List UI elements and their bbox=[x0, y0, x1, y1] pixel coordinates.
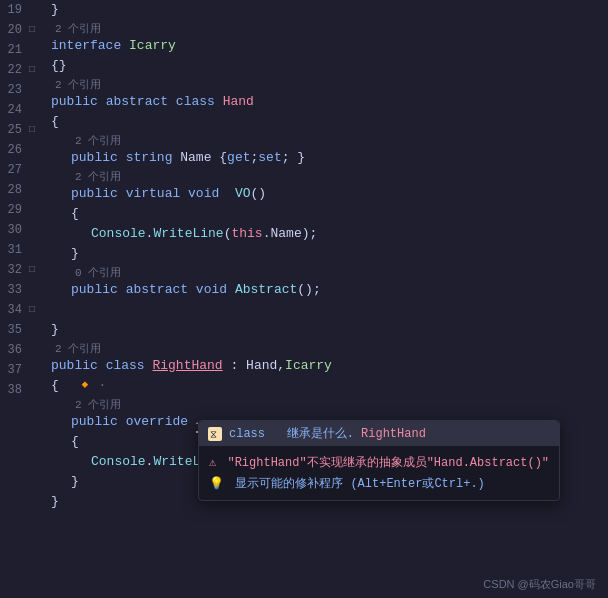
hint-25: 2 个引用 bbox=[71, 168, 608, 184]
code-line-20: interface Icarry bbox=[51, 36, 608, 56]
gutter-30: 30 bbox=[0, 220, 35, 240]
code-editor: 19 20 □ 21 22 □ 23 bbox=[0, 0, 608, 598]
hover-fix-action[interactable]: 💡 显示可能的修补程序 (Alt+Enter或Ctrl+.) bbox=[209, 473, 549, 494]
hover-error-message: ⚠ "RightHand"不实现继承的抽象成员"Hand.Abstract()" bbox=[209, 452, 549, 473]
code-area: 19 20 □ 21 22 □ 23 bbox=[0, 0, 608, 598]
code-line-31: } bbox=[51, 320, 608, 340]
code-line-32: public class RightHand : Hand , Icarry bbox=[51, 356, 608, 376]
gutter-29: 29 bbox=[0, 200, 35, 220]
gutter-19: 19 bbox=[0, 0, 35, 20]
hint-32: 2 个引用 bbox=[51, 340, 608, 356]
hint-24: 2 个引用 bbox=[71, 132, 608, 148]
gutter-38: 38 bbox=[0, 380, 35, 400]
gutter-24: 24 bbox=[0, 100, 35, 120]
hover-class-icon: ⧖ bbox=[207, 426, 223, 442]
hint-29: 0 个引用 bbox=[71, 264, 608, 280]
code-line-26: { bbox=[71, 204, 608, 224]
code-line-24: public string Name { get ; set ; } bbox=[71, 148, 608, 168]
gutter-31: 31 bbox=[0, 240, 35, 260]
code-line-19: } bbox=[51, 0, 608, 20]
code-line-25: public virtual void VO () bbox=[71, 184, 608, 204]
code-content[interactable]: } 2 个引用 interface Icarry { } 2 个引用 bbox=[43, 0, 608, 598]
code-line-22: public abstract class Hand bbox=[51, 92, 608, 112]
gutter-27: 27 bbox=[0, 160, 35, 180]
gutter-34: 34 □ bbox=[0, 300, 35, 320]
gutter-25: 25 □ bbox=[0, 120, 35, 140]
gutter-37: 37 bbox=[0, 360, 35, 380]
hover-header: ⧖ class 继承是什么. RightHand bbox=[199, 421, 559, 446]
gutter-22: 22 □ bbox=[0, 60, 35, 80]
code-line-29: public abstract void Abstract (); bbox=[71, 280, 608, 300]
code-line-21: { } bbox=[51, 56, 608, 76]
hover-body: ⚠ "RightHand"不实现继承的抽象成员"Hand.Abstract()"… bbox=[199, 446, 559, 500]
hint-20: 2 个引用 bbox=[51, 20, 608, 36]
gutter-20: 20 □ bbox=[0, 20, 35, 40]
code-line-30 bbox=[51, 300, 608, 320]
hover-diagnostic-widget[interactable]: ⧖ class 继承是什么. RightHand ⚠ "RightHand"不实… bbox=[198, 420, 560, 501]
gutter-21: 21 bbox=[0, 40, 35, 60]
svg-text:⧖: ⧖ bbox=[210, 430, 217, 441]
hint-34: 2 个引用 bbox=[71, 396, 608, 412]
watermark: CSDN @码农Giao哥哥 bbox=[483, 577, 596, 592]
hint-22: 2 个引用 bbox=[51, 76, 608, 92]
code-line-27: Console . WriteLine ( this . Name ); bbox=[91, 224, 608, 244]
gutter-26: 26 bbox=[0, 140, 35, 160]
gutter-28: 28 bbox=[0, 180, 35, 200]
gutter-33: 33 bbox=[0, 280, 35, 300]
gutter-23: 23 bbox=[0, 80, 35, 100]
code-line-23: { bbox=[51, 112, 608, 132]
code-line-33: { 🔸 · bbox=[51, 376, 608, 396]
hover-title-text: class 继承是什么. RightHand bbox=[229, 425, 426, 442]
line-numbers: 19 20 □ 21 22 □ 23 bbox=[0, 0, 43, 598]
gutter-36: 36 bbox=[0, 340, 35, 360]
code-line-28: } bbox=[71, 244, 608, 264]
gutter-32: 32 □ bbox=[0, 260, 35, 280]
gutter-35: 35 bbox=[0, 320, 35, 340]
